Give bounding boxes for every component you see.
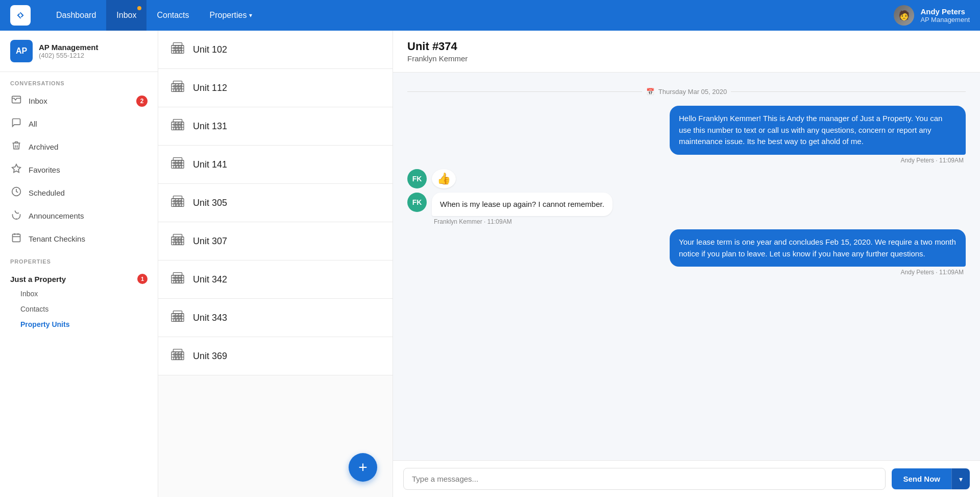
building-icon bbox=[170, 42, 185, 57]
svg-rect-96 bbox=[172, 275, 184, 283]
emoji-reaction: 👍 bbox=[432, 169, 456, 188]
svg-rect-110 bbox=[172, 314, 184, 321]
building-icon bbox=[170, 348, 185, 364]
account-phone: (402) 555-1212 bbox=[39, 52, 98, 59]
svg-rect-41 bbox=[173, 120, 182, 122]
unit-name: Unit 343 bbox=[193, 313, 227, 323]
send-dropdown-button[interactable]: ▾ bbox=[951, 468, 970, 489]
message-out-1: Hello Franklyn Kemmer! This is Andy the … bbox=[407, 106, 966, 164]
chat-unit-label: Unit #374 bbox=[407, 40, 966, 53]
unit-item-u112[interactable]: Unit 112 bbox=[158, 69, 393, 107]
unit-item-u131[interactable]: Unit 131 bbox=[158, 107, 393, 146]
building-icon bbox=[170, 310, 185, 325]
unit-item-u342[interactable]: Unit 342 bbox=[158, 261, 393, 299]
chat-date-divider: 📅 Thursday Mar 05, 2020 bbox=[407, 88, 966, 96]
building-icon bbox=[170, 233, 185, 249]
avatar: 🧑 bbox=[894, 5, 914, 26]
favorites-icon bbox=[10, 163, 22, 176]
svg-rect-69 bbox=[173, 196, 182, 199]
sidebar-property: Just a Property 1 bbox=[0, 268, 158, 286]
add-unit-button[interactable]: + bbox=[349, 453, 377, 482]
archived-label: Archived bbox=[29, 143, 58, 151]
sidebar-item-scheduled[interactable]: Scheduled bbox=[0, 181, 158, 204]
nav-inbox[interactable]: Inbox bbox=[106, 0, 146, 31]
scheduled-icon bbox=[10, 186, 22, 199]
nav-contacts[interactable]: Contacts bbox=[146, 0, 199, 31]
nav-dashboard[interactable]: Dashboard bbox=[46, 0, 106, 31]
sidebar-item-announcements[interactable]: Announcements bbox=[0, 204, 158, 227]
svg-rect-124 bbox=[172, 352, 184, 360]
unit-item-u369[interactable]: Unit 369 bbox=[158, 337, 393, 375]
sidebar-item-archived[interactable]: Archived bbox=[0, 135, 158, 158]
svg-rect-54 bbox=[172, 160, 184, 168]
bubble-meta-1: Andy Peters · 11:09AM bbox=[670, 157, 966, 164]
chat-header: Unit #374 Franklyn Kemmer bbox=[393, 31, 980, 73]
building-icon bbox=[170, 119, 185, 134]
user-profile[interactable]: 🧑 Andy Peters AP Management bbox=[894, 5, 970, 26]
user-org: AP Management bbox=[920, 16, 970, 23]
svg-rect-97 bbox=[173, 273, 182, 275]
chat-resident-name: Franklyn Kemmer bbox=[407, 54, 966, 63]
unit-item-u141[interactable]: Unit 141 bbox=[158, 146, 393, 184]
message-input[interactable] bbox=[403, 468, 886, 490]
announcements-label: Announcements bbox=[29, 211, 84, 220]
message-in-emoji: FK 👍 bbox=[407, 169, 966, 188]
building-icon bbox=[170, 157, 185, 172]
unit-item-u343[interactable]: Unit 343 bbox=[158, 299, 393, 337]
inbox-label: Inbox bbox=[29, 97, 47, 105]
tenant-checkins-icon bbox=[10, 232, 22, 245]
app-logo[interactable] bbox=[10, 5, 31, 26]
archived-icon bbox=[10, 140, 22, 153]
svg-marker-6 bbox=[12, 164, 21, 173]
svg-rect-27 bbox=[173, 81, 182, 84]
conversations-title: CONVERSATIONS bbox=[0, 72, 158, 89]
nav-properties[interactable]: Properties ▾ bbox=[200, 0, 263, 31]
sidebar-sub-property-units[interactable]: Property Units bbox=[0, 317, 158, 332]
bubble-meta-2: Franklyn Kemmer · 11:09AM bbox=[432, 218, 612, 225]
sidebar: AP AP Management (402) 555-1212 CONVERSA… bbox=[0, 31, 158, 497]
main-layout: AP AP Management (402) 555-1212 CONVERSA… bbox=[0, 31, 980, 497]
user-name: Andy Peters bbox=[920, 7, 970, 16]
unit-name: Unit 112 bbox=[193, 83, 227, 93]
unit-item-u307[interactable]: Unit 307 bbox=[158, 222, 393, 261]
unit-name: Unit 369 bbox=[193, 351, 227, 362]
unit-item-u305[interactable]: Unit 305 bbox=[158, 184, 393, 222]
bubble-meta-3: Andy Peters · 11:09AM bbox=[670, 269, 966, 276]
bubble-text-2: When is my lease up again? I cannot reme… bbox=[432, 193, 612, 217]
unit-name: Unit 305 bbox=[193, 198, 227, 208]
building-icon bbox=[170, 195, 185, 210]
properties-title: PROPERTIES bbox=[0, 250, 158, 268]
all-icon bbox=[10, 117, 22, 130]
all-label: All bbox=[29, 120, 37, 128]
unit-item-u102[interactable]: Unit 102 bbox=[158, 31, 393, 69]
svg-rect-55 bbox=[173, 158, 182, 160]
send-button[interactable]: Send Now bbox=[892, 468, 951, 489]
calendar-icon: 📅 bbox=[646, 88, 654, 96]
tenant-checkins-label: Tenant Checkins bbox=[29, 234, 85, 243]
property-badge: 1 bbox=[137, 274, 148, 284]
sidebar-sub-inbox[interactable]: Inbox bbox=[0, 286, 158, 301]
send-button-group: Send Now ▾ bbox=[892, 468, 970, 489]
chat-body: 📅 Thursday Mar 05, 2020 Hello Franklyn K… bbox=[393, 73, 980, 460]
sidebar-item-tenant-checkins[interactable]: Tenant Checkins bbox=[0, 227, 158, 250]
svg-rect-111 bbox=[173, 311, 182, 314]
svg-rect-12 bbox=[172, 45, 184, 53]
unit-name: Unit 141 bbox=[193, 159, 227, 170]
bubble-text-1: Hello Franklyn Kemmer! This is Andy the … bbox=[670, 106, 966, 155]
nav-links: Dashboard Inbox Contacts Properties ▾ bbox=[46, 0, 894, 31]
scheduled-label: Scheduled bbox=[29, 188, 65, 197]
svg-rect-125 bbox=[173, 349, 182, 352]
svg-rect-8 bbox=[13, 234, 20, 242]
sidebar-account: AP AP Management (402) 555-1212 bbox=[0, 31, 158, 72]
sidebar-sub-contacts[interactable]: Contacts bbox=[0, 301, 158, 317]
unit-name: Unit 102 bbox=[193, 44, 227, 55]
sidebar-item-inbox[interactable]: Inbox 2 bbox=[0, 89, 158, 112]
avatar-fk-emoji: FK bbox=[407, 169, 427, 188]
message-in-1: FK When is my lease up again? I cannot r… bbox=[407, 193, 966, 226]
inbox-icon bbox=[10, 94, 22, 107]
sidebar-item-favorites[interactable]: Favorites bbox=[0, 158, 158, 181]
inbox-notification-dot bbox=[137, 6, 141, 10]
property-name: Just a Property bbox=[10, 275, 66, 283]
svg-rect-83 bbox=[173, 234, 182, 237]
sidebar-item-all[interactable]: All bbox=[0, 112, 158, 135]
